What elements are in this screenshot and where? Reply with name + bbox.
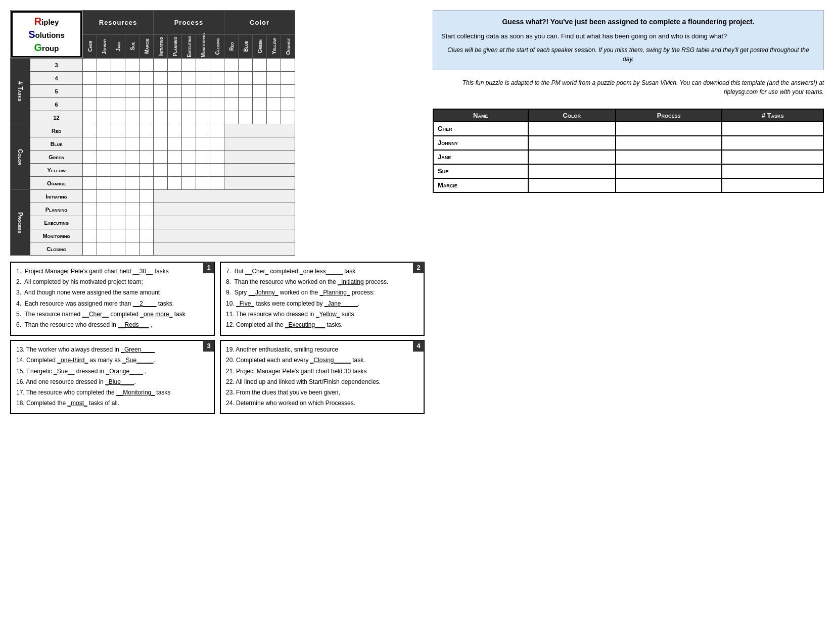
clue-number-3: 3	[203, 340, 214, 352]
clue-number-1: 1	[203, 262, 214, 273]
clue-4-1: 19. Another enthusiastic, smiling resour…	[226, 345, 419, 355]
info-box: Guess what?! You've just been assigned t…	[433, 10, 824, 70]
page-container: Ripley Solutions Group Resources Process…	[10, 10, 824, 414]
italic-para: This fun puzzle is adapted to the PM wor…	[433, 76, 824, 98]
col-johnny: Johnny	[97, 34, 111, 59]
cell-3-sue[interactable]	[125, 59, 140, 72]
summary-header-color: Color	[528, 109, 616, 122]
cell-3-orange[interactable]	[281, 59, 295, 72]
cell-3-clos[interactable]	[210, 59, 224, 72]
clue-3-6: 18. Completed the _most_ tasks of all.	[16, 399, 209, 408]
clue-2-6: 12. Completed all the _Executing___ task…	[226, 320, 419, 330]
row-yellow: Yellow	[30, 164, 83, 177]
col-cher: Cher	[83, 34, 97, 59]
clue-2-2: 8. Than the resource who worked on the _…	[226, 277, 419, 287]
summary-row-2-process[interactable]	[616, 150, 722, 164]
cell-3-plan[interactable]	[168, 59, 182, 72]
row-6: 6	[30, 98, 83, 111]
row-5: 5	[30, 85, 83, 98]
logo-roup: roup	[42, 44, 59, 53]
col-red: Red	[224, 34, 239, 59]
cell-3-init[interactable]	[154, 59, 168, 72]
col-initiating: Initiating	[154, 34, 168, 59]
col-sue: Sue	[125, 34, 140, 59]
clue-2-3: 9. Spry __Johnny_ worked on the _Plannin…	[226, 288, 419, 298]
info-body: Start collecting data as soon as you can…	[441, 31, 815, 41]
col-marcie: Marcie	[140, 34, 154, 59]
cell-3-red[interactable]	[224, 59, 239, 72]
cell-3-jane[interactable]	[111, 59, 125, 72]
clue-3-3: 15. Energetic _Sue__ dressed in _Orange_…	[16, 367, 209, 376]
clue-4-4: 22. All lined up and linked with Start/F…	[226, 377, 419, 387]
summary-row-0-process[interactable]	[616, 122, 722, 136]
col-yellow: Yellow	[267, 34, 281, 59]
clue-2-5: 11. The resource who dressed in _Yellow_…	[226, 310, 419, 319]
cell-3-johnny[interactable]	[97, 59, 111, 72]
process-header: Process	[154, 11, 224, 35]
row-orange: Orange	[30, 177, 83, 190]
logo-olutions: olutions	[35, 31, 65, 39]
info-headline: Guess what?! You've just been assigned t…	[441, 17, 815, 27]
cell-3-marcie[interactable]	[140, 59, 154, 72]
summary-row-0-color[interactable]	[528, 122, 616, 136]
clue-4-6: 24. Determine who worked on which Proces…	[226, 399, 419, 408]
summary-row-2-color[interactable]	[528, 150, 616, 164]
col-jane: Jane	[111, 34, 125, 59]
puzzle-grid: Ripley Solutions Group Resources Process…	[10, 10, 295, 256]
clue-4-3: 21. Project Manager Pete's gantt chart h…	[226, 367, 419, 376]
summary-row-2-tasks[interactable]	[722, 150, 823, 164]
logo: Ripley Solutions Group	[11, 11, 82, 58]
clue-1-3: 3. And though none were assigned the sam…	[16, 288, 209, 298]
clue-4-2: 20. Completed each and every _Closing___…	[226, 356, 419, 365]
summary-row-4-color[interactable]	[528, 178, 616, 192]
color-header: Color	[224, 11, 295, 35]
summary-header-tasks: # Tasks	[722, 109, 823, 122]
summary-row-1-color[interactable]	[528, 136, 616, 150]
logo-cell: Ripley Solutions Group	[11, 11, 83, 59]
summary-row-3-color[interactable]	[528, 164, 616, 178]
summary-row-3-tasks[interactable]	[722, 164, 823, 178]
color-section-label: Color	[11, 124, 30, 190]
grid-wrapper: Ripley Solutions Group Resources Process…	[10, 10, 425, 256]
clues-area: 1 1. Project Manager Pete's gantt chart …	[10, 262, 425, 336]
col-executing: Executing	[182, 34, 196, 59]
clue-3-5: 17. The resource who completed the __Mon…	[16, 388, 209, 398]
summary-header-name: Name	[433, 109, 528, 122]
cell-3-exec[interactable]	[182, 59, 196, 72]
logo-r: R	[34, 16, 41, 27]
summary-row-2-name: Jane	[433, 150, 528, 164]
clue-2-1: 7. But __Cher_ completed _one less_____ …	[226, 267, 419, 276]
summary-row-4-process[interactable]	[616, 178, 722, 192]
cell-3-cher[interactable]	[83, 59, 97, 72]
clue-3-1: 13. The worker who always dressed in _Gr…	[16, 345, 209, 355]
summary-row-3-process[interactable]	[616, 164, 722, 178]
clue-1-2: 2. All completed by his motivated projec…	[16, 277, 209, 287]
clues-area-2: 3 13. The worker who always dressed in _…	[10, 340, 425, 414]
row-4: 4	[30, 72, 83, 85]
col-orange: Orange	[281, 34, 295, 59]
col-monitoring: Monitoring	[196, 34, 210, 59]
row-initiating: Initiating	[30, 190, 83, 203]
summary-row-1-tasks[interactable]	[722, 136, 823, 150]
summary-row-4-tasks[interactable]	[722, 178, 823, 192]
right-panel: Guess what?! You've just been assigned t…	[433, 10, 824, 414]
summary-row-1-process[interactable]	[616, 136, 722, 150]
summary-table: Name Color Process # Tasks CherJohnnyJan…	[433, 109, 824, 193]
process-section-label: Process	[11, 190, 30, 256]
cell-3-blue[interactable]	[239, 59, 253, 72]
clue-box-3: 3 13. The worker who always dressed in _…	[10, 340, 215, 414]
cell-3-mon[interactable]	[196, 59, 210, 72]
clue-box-4: 4 19. Another enthusiastic, smiling reso…	[220, 340, 425, 414]
left-panel: Ripley Solutions Group Resources Process…	[10, 10, 425, 414]
summary-row-0-tasks[interactable]	[722, 122, 823, 136]
row-executing: Executing	[30, 216, 83, 229]
col-green: Green	[253, 34, 267, 59]
row-planning: Planning	[30, 203, 83, 216]
cell-3-green[interactable]	[253, 59, 267, 72]
clue-box-1: 1 1. Project Manager Pete's gantt chart …	[10, 262, 215, 336]
row-12: 12	[30, 111, 83, 124]
clue-3-4: 16. And one resource dressed in _Blue___…	[16, 377, 209, 387]
cell-3-yellow[interactable]	[267, 59, 281, 72]
clue-4-5: 23. From the clues that you've been give…	[226, 388, 419, 398]
tasks-section-label: # Tasks	[11, 59, 30, 124]
